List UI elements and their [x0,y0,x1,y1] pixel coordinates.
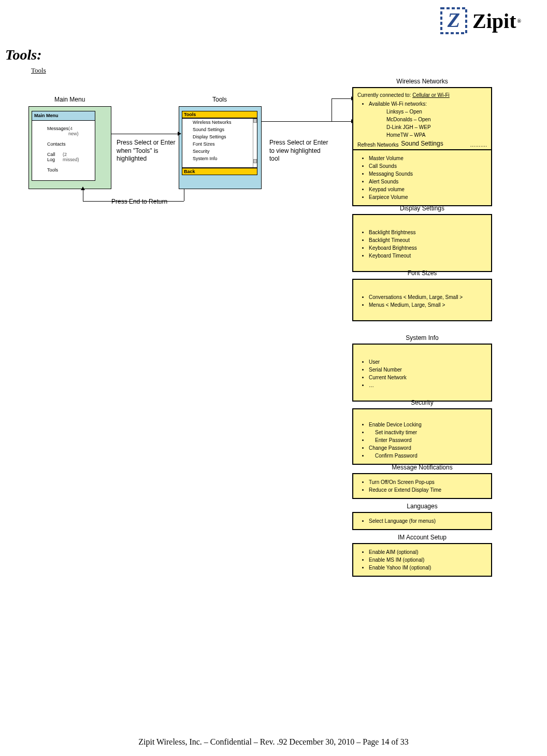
footer-page-no: 14 [381,737,389,746]
detail-item: Master Volume [369,154,487,162]
tools-panel-body: Wireless NetworksSound SettingsDisplay S… [182,118,257,168]
arrow-head-right-icon [178,132,181,136]
tools-item[interactable]: Font Sizes [182,140,257,148]
arrow-head-up-icon [81,187,85,190]
main-menu-item-label: Messages [47,126,68,136]
detail-title: IM Account Setup [352,534,492,541]
detail-item: Keyboard Timeout [369,252,487,260]
footer-text-prefix: Zipit Wireless, Inc. – Confidential – Re… [138,737,381,746]
detail-item: Keypad volume [369,186,487,193]
detail-item: User [369,358,487,366]
main-menu-label: Main Menu [54,96,85,103]
main-menu-item-meta: (2 missed) [63,152,82,162]
detail-item: Reduce or Extend Display Time [369,486,487,494]
main-menu-item[interactable]: Contacts [45,141,84,147]
page-footer: Zipit Wireless, Inc. – Confidential – Re… [0,737,547,747]
detail-panel: System InfoUserSerial NumberCurrent Netw… [352,334,492,402]
main-menu-titlebar: Main Menu [32,111,95,120]
logo-reg: ® [517,18,521,24]
annotation-end-return: Press End to Return [111,198,167,206]
main-menu-panel: Main Menu Messages(4 new)ContactsCall Lo… [28,106,111,189]
svg-text:Z: Z [447,8,460,32]
detail-item: Backlight Brightness [369,229,487,236]
detail-item: Current Network [369,374,487,381]
footer-text-mid: of [389,737,400,746]
detail-panel: IM Account SetupEnable AIM (optional)Ena… [352,534,492,577]
main-menu-item-label: Contacts [47,141,66,147]
tools-panel-header: Tools [182,111,257,118]
tools-back-button[interactable]: Back [182,168,257,175]
detail-item: Enable MS IM (optional) [369,556,487,564]
detail-panel: SecurityEnable Device LockingSet inactiv… [352,399,492,465]
annotation-select-tools: Press Select or Enter when "Tools" is hi… [117,139,181,163]
tools-item[interactable]: Display Settings [182,133,257,140]
arrow-line [111,134,179,134]
detail-panel: Font SizesConversations < Medium, Large,… [352,269,492,321]
detail-title: System Info [352,334,492,341]
detail-item: Select Language (for menus) [369,517,487,525]
tools-item[interactable]: Security [182,148,257,155]
detail-item: Serial Number [369,366,487,374]
tools-scrollbar[interactable] [253,119,257,167]
main-menu-item[interactable]: Call Log(2 missed) [45,152,84,162]
page-title: Tools: [5,47,42,63]
detail-panel: Display SettingsBacklight BrightnessBack… [352,205,492,272]
annotation-select-view: Press Select or Enter to view highlighte… [269,139,332,163]
detail-item: Keyboard Brightness [369,244,487,252]
detail-box: Backlight BrightnessBacklight TimeoutKey… [352,214,492,272]
main-menu-body: Messages(4 new)ContactsCall Log(2 missed… [32,120,95,181]
logo-text: Zipit [472,9,516,33]
detail-title: Wireless Networks [352,78,492,85]
arrow-line [83,201,184,202]
detail-title: Font Sizes [352,269,492,277]
detail-item: Call Sounds [369,162,487,170]
tools-item[interactable]: Sound Settings [182,126,257,133]
arrow-line [332,98,352,99]
detail-panel: Message NotificationsTurn Off/On Screen … [352,464,492,499]
detail-item: … [369,381,487,389]
detail-item: Messaging Sounds [369,170,487,178]
detail-item: Earpiece Volume [369,193,487,201]
detail-panel: LanguagesSelect Language (for menus) [352,503,492,530]
main-menu-item-label: Tools [47,167,58,173]
main-menu-item-meta: (4 new) [68,126,82,136]
detail-title: Sound Settings [352,140,492,147]
arrow-line [262,121,352,122]
detail-box: Select Language (for menus) [352,512,492,530]
detail-item: Enable AIM (optional) [369,548,487,556]
main-menu-item-label: Call Log [47,152,63,162]
arrow-line [332,98,332,121]
main-menu-item[interactable]: Messages(4 new) [45,126,84,136]
tools-label: Tools [212,96,227,103]
detail-item: Conversations < Medium, Large, Small > [369,293,487,301]
detail-panel: Sound SettingsMaster VolumeCall SoundsMe… [352,140,492,206]
tools-item[interactable]: System Info [182,155,257,162]
detail-item: Menus < Medium, Large, Small > [369,301,487,309]
page-subtitle: Tools [31,66,46,75]
footer-total: 33 [400,737,409,746]
arrow-line [184,189,184,201]
detail-title: Languages [352,503,492,510]
arrow-line [83,189,83,201]
detail-item: Alert Sounds [369,178,487,186]
detail-title: Security [352,399,492,406]
detail-item: Turn Off/On Screen Pop-ups [369,478,487,486]
detail-title: Message Notifications [352,464,492,471]
main-menu-item[interactable]: Tools [45,167,84,173]
tools-item[interactable]: Wireless Networks [182,119,257,126]
detail-box: Conversations < Medium, Large, Small >Me… [352,279,492,321]
detail-item: Backlight Timeout [369,236,487,244]
detail-box: Master VolumeCall SoundsMessaging Sounds… [352,149,492,206]
detail-title: Display Settings [352,205,492,212]
zipit-logo-icon: Z [438,5,469,36]
tools-panel: Tools Wireless NetworksSound SettingsDis… [179,106,262,189]
detail-box: UserSerial NumberCurrent Network… [352,344,492,402]
detail-box: Enable Device LockingSet inactivity time… [352,408,492,465]
detail-box: Turn Off/On Screen Pop-upsReduce or Exte… [352,473,492,499]
detail-box: Enable AIM (optional)Enable MS IM (optio… [352,543,492,577]
detail-item: Enable Yahoo IM (optional) [369,564,487,572]
logo: Z Zipit ® [438,5,521,36]
